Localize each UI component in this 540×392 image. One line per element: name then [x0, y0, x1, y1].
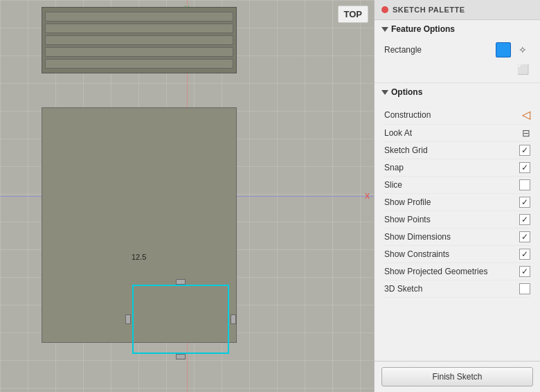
option-slice-label: Slice [384, 180, 402, 190]
collapse-icon [381, 27, 388, 32]
snap-control[interactable] [519, 162, 530, 173]
rectangle-icons: ✧ [496, 42, 530, 57]
construction-icon[interactable]: ◁ [522, 108, 530, 121]
finish-sketch-button[interactable]: Finish Sketch [381, 367, 533, 386]
option-sketch-grid: Sketch Grid [384, 142, 530, 159]
option-sketch-grid-label: Sketch Grid [384, 145, 428, 155]
show-dimensions-control[interactable] [519, 231, 530, 242]
sparkle-icon[interactable]: ✧ [515, 42, 530, 57]
show-constraints-checkbox[interactable] [519, 249, 530, 260]
feature-options-content: Rectangle ✧ ⬜ [375, 38, 540, 83]
option-snap: Snap [384, 159, 530, 177]
dimension-label: 12.5 [132, 253, 146, 261]
finish-sketch-wrap: Finish Sketch [375, 361, 540, 392]
option-show-dimensions: Show Dimensions [384, 229, 530, 246]
stripe-2 [45, 24, 233, 33]
handle-right[interactable] [231, 314, 236, 324]
object-body [42, 107, 237, 343]
look-at-control[interactable]: ⊟ [522, 127, 530, 139]
show-points-control[interactable] [519, 214, 530, 225]
rectangle-label: Rectangle [384, 45, 422, 55]
option-show-points-label: Show Points [384, 215, 431, 224]
options-header[interactable]: Options [375, 83, 540, 101]
look-at-icon[interactable]: ⊟ [522, 127, 530, 139]
palette-header: SKETCH PALETTE [375, 0, 540, 20]
option-3d-sketch: 3D Sketch [384, 280, 530, 298]
show-profile-control[interactable] [519, 197, 530, 208]
options-collapse-icon [381, 90, 388, 95]
option-show-projected-label: Show Projected Geometries [384, 267, 487, 276]
show-projected-control[interactable] [519, 266, 530, 277]
option-3d-sketch-label: 3D Sketch [384, 284, 422, 294]
handle-left[interactable] [125, 314, 131, 324]
stripe-4 [45, 47, 233, 57]
option-show-points: Show Points [384, 211, 530, 229]
handle-top[interactable] [176, 279, 186, 285]
option-construction-label: Construction [384, 110, 431, 120]
option-show-profile-label: Show Profile [384, 197, 431, 207]
sketch-palette-panel: SKETCH PALETTE Feature Options Rectangle… [374, 0, 540, 392]
show-projected-checkbox[interactable] [519, 266, 530, 277]
option-construction: Construction ◁ [384, 105, 530, 125]
stripe-5 [45, 59, 233, 69]
construction-control[interactable]: ◁ [522, 108, 530, 121]
show-constraints-control[interactable] [519, 249, 530, 260]
object-top [42, 7, 237, 73]
show-profile-checkbox[interactable] [519, 197, 530, 208]
snap-checkbox[interactable] [519, 162, 530, 173]
3d-sketch-checkbox[interactable] [519, 283, 530, 294]
option-show-constraints: Show Constraints [384, 246, 530, 263]
option-look-at-label: Look At [384, 128, 412, 138]
show-points-checkbox[interactable] [519, 214, 530, 225]
options-label: Options [391, 87, 422, 97]
handle-bottom[interactable] [176, 354, 186, 359]
feature-options-header[interactable]: Feature Options [375, 20, 540, 38]
option-snap-label: Snap [384, 163, 404, 172]
slice-checkbox[interactable] [519, 179, 530, 190]
palette-title: SKETCH PALETTE [393, 6, 465, 14]
option-look-at: Look At ⊟ [384, 125, 530, 142]
feature-options-label: Feature Options [391, 24, 455, 34]
stripe-1 [45, 12, 233, 21]
sketch-rectangle[interactable] [132, 285, 229, 354]
sketch-grid-control[interactable] [519, 145, 530, 156]
feature-extra-icons: ⬜ [384, 62, 530, 77]
color-swatch[interactable] [496, 42, 511, 57]
sketch-grid-checkbox[interactable] [519, 145, 530, 156]
option-show-projected: Show Projected Geometries [384, 263, 530, 280]
3d-sketch-control[interactable] [519, 283, 530, 294]
slice-control[interactable] [519, 179, 530, 190]
rect-icon[interactable]: ⬜ [515, 62, 530, 77]
palette-dot [381, 6, 388, 13]
option-slice: Slice [384, 177, 530, 194]
axis-x-label: X [365, 192, 370, 200]
option-show-profile: Show Profile [384, 194, 530, 211]
viewport: Y X TOP 12.5 [0, 0, 374, 392]
view-label: TOP [338, 6, 369, 23]
rectangle-row: Rectangle ✧ [384, 42, 530, 57]
stripe-3 [45, 35, 233, 45]
option-show-dimensions-label: Show Dimensions [384, 232, 451, 242]
show-dimensions-checkbox[interactable] [519, 231, 530, 242]
options-content: Construction ◁ Look At ⊟ Sketch Grid Sna… [375, 101, 540, 302]
option-show-constraints-label: Show Constraints [384, 249, 449, 259]
